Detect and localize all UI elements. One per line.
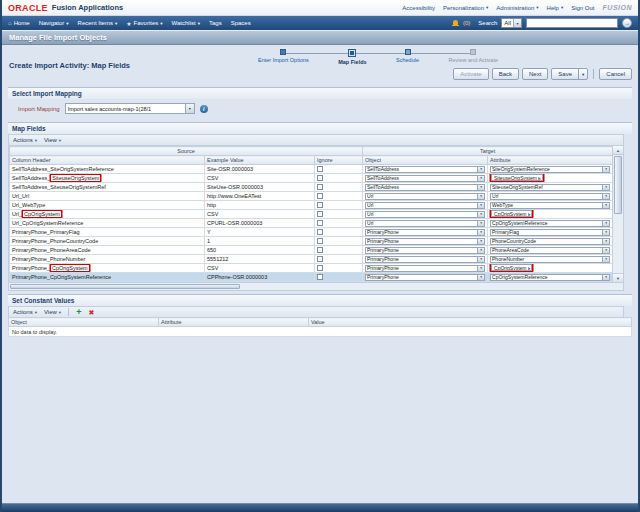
attribute-select[interactable]: CpOrigSystem▾ bbox=[491, 264, 532, 271]
object-select[interactable]: PrimaryPhone▾ bbox=[365, 238, 485, 245]
topbar-link-sign-out[interactable]: Sign Out bbox=[571, 5, 594, 11]
attribute-select[interactable]: PhoneCountryCode▾ bbox=[490, 238, 610, 245]
ignore-checkbox[interactable] bbox=[317, 238, 323, 244]
object-select[interactable]: PrimaryPhone▾ bbox=[365, 265, 485, 272]
col-attribute[interactable]: Attribute bbox=[488, 156, 613, 165]
cv-actions-menu[interactable]: Actions ▾ bbox=[13, 309, 37, 315]
topbar-link-accessibility[interactable]: Accessibility bbox=[402, 5, 435, 11]
nav-item-navigator[interactable]: Navigator▾ bbox=[39, 20, 69, 26]
map-field-row[interactable]: PrimaryPhone_CpOrigSystemReferenceCPPhon… bbox=[10, 273, 613, 282]
scroll-up-icon[interactable]: ▲ bbox=[613, 146, 623, 155]
ignore-checkbox[interactable] bbox=[317, 220, 323, 226]
map-field-row[interactable]: Url_WebTypehttpUrl▾WebType▾ bbox=[10, 201, 613, 210]
save-dropdown-button[interactable]: ▾ bbox=[578, 68, 588, 80]
train-step-enter-import-options[interactable]: Enter Import Options bbox=[258, 49, 309, 65]
view-menu[interactable]: View ▾ bbox=[44, 137, 61, 143]
nav-item-home[interactable]: ⌂Home bbox=[8, 20, 30, 26]
map-field-row[interactable]: SellToAddress_SiteuseOrigSystemRefSiteUs… bbox=[10, 183, 613, 192]
info-icon[interactable]: i bbox=[200, 105, 208, 113]
col-ignore[interactable]: Ignore bbox=[315, 156, 363, 165]
scrollbar-thumb[interactable] bbox=[614, 156, 622, 214]
train-step-map-fields[interactable]: Map Fields bbox=[338, 49, 366, 65]
notifications-bell-icon[interactable] bbox=[452, 19, 459, 27]
cv-column-value[interactable]: Value bbox=[309, 318, 632, 327]
ignore-checkbox[interactable] bbox=[317, 256, 323, 262]
map-field-row[interactable]: PrimaryPhone_PhoneNumber5551212PrimaryPh… bbox=[10, 255, 613, 264]
object-select[interactable]: PrimaryPhone▾ bbox=[365, 247, 485, 254]
nav-item-favorites[interactable]: ★Favorites▾ bbox=[126, 20, 162, 27]
attribute-select[interactable]: CpOrigSystem▾ bbox=[491, 210, 532, 217]
cv-column-object[interactable]: Object bbox=[9, 318, 159, 327]
vertical-scrollbar[interactable]: ▲ ▼ bbox=[612, 146, 623, 282]
nav-item-recent-items[interactable]: Recent Items▾ bbox=[78, 20, 118, 26]
notification-count[interactable]: (0) bbox=[463, 20, 470, 26]
attribute-select[interactable]: SiteOrigSystemReference▾ bbox=[490, 166, 610, 173]
ignore-checkbox[interactable] bbox=[317, 211, 323, 217]
object-select[interactable]: Url▾ bbox=[365, 193, 485, 200]
map-field-row[interactable]: PrimaryPhone_CpOrigSystemCSVPrimaryPhone… bbox=[10, 264, 613, 273]
map-field-row[interactable]: Url_CpOrigSystemReferenceCPURL-OSR.00000… bbox=[10, 219, 613, 228]
delete-row-icon[interactable]: ✖ bbox=[88, 309, 94, 316]
attribute-select[interactable]: PrimaryFlag▾ bbox=[490, 229, 610, 236]
map-field-row[interactable]: SellToAddress_SiteuseOrigSystemCSVSellTo… bbox=[10, 174, 613, 183]
map-field-row[interactable]: PrimaryPhone_PrimaryFlagYPrimaryPhone▾Pr… bbox=[10, 228, 613, 237]
object-select[interactable]: Url▾ bbox=[365, 220, 485, 227]
attribute-select[interactable]: SiteuseOrigSystem▾ bbox=[491, 174, 543, 181]
attribute-select[interactable]: PhoneAreaCode▾ bbox=[490, 247, 610, 254]
map-field-row[interactable]: SellToAddress_SiteOrigSystemReferenceSit… bbox=[10, 165, 613, 174]
nav-item-watchlist[interactable]: Watchlist▾ bbox=[172, 20, 200, 26]
cv-column-attribute[interactable]: Attribute bbox=[159, 318, 309, 327]
activate-button[interactable]: Activate bbox=[453, 68, 488, 80]
object-select[interactable]: PrimaryPhone▾ bbox=[365, 229, 485, 236]
horizontal-scrollbar-thumb[interactable] bbox=[10, 284, 240, 289]
attribute-select[interactable]: CpOrigSystemReference▾ bbox=[490, 274, 610, 281]
scroll-down-icon[interactable]: ▼ bbox=[613, 273, 623, 282]
add-row-icon[interactable]: + bbox=[76, 308, 81, 317]
cv-view-menu[interactable]: View ▾ bbox=[44, 309, 61, 315]
attribute-select[interactable]: CpOrigSystemReference▾ bbox=[490, 220, 610, 227]
back-button[interactable]: Back bbox=[492, 68, 519, 80]
ignore-checkbox[interactable] bbox=[317, 193, 323, 199]
train-step-schedule[interactable]: Schedule bbox=[396, 49, 419, 65]
next-button[interactable]: Next bbox=[522, 68, 548, 80]
ignore-checkbox[interactable] bbox=[317, 175, 323, 181]
ignore-checkbox[interactable] bbox=[317, 184, 323, 190]
ignore-checkbox[interactable] bbox=[317, 202, 323, 208]
topbar-link-personalization[interactable]: Personalization▾ bbox=[443, 5, 488, 11]
object-select[interactable]: Url▾ bbox=[365, 202, 485, 209]
import-mapping-select[interactable]: Import sales accounts-map-1(28/1 ▾ bbox=[65, 103, 195, 114]
object-select[interactable]: PrimaryPhone▾ bbox=[365, 274, 485, 281]
ignore-checkbox[interactable] bbox=[317, 265, 323, 271]
actions-menu[interactable]: Actions ▾ bbox=[13, 137, 37, 143]
attribute-select[interactable]: SiteuseOrigSystemRef▾ bbox=[490, 184, 610, 191]
ignore-checkbox[interactable] bbox=[317, 229, 323, 235]
object-select[interactable]: SellToAddress▾ bbox=[365, 166, 485, 173]
ignore-checkbox[interactable] bbox=[317, 274, 323, 280]
nav-item-spaces[interactable]: Spaces bbox=[231, 20, 251, 26]
attribute-select[interactable]: PhoneNumber▾ bbox=[490, 256, 610, 263]
ignore-checkbox[interactable] bbox=[317, 166, 323, 172]
search-input[interactable] bbox=[526, 18, 618, 28]
nav-item-tags[interactable]: Tags bbox=[209, 20, 222, 26]
object-select[interactable]: Url▾ bbox=[365, 211, 485, 218]
map-field-row[interactable]: Url_Urlhttp://www.OneEATestUrl▾Url▾ bbox=[10, 192, 613, 201]
search-go-button[interactable]: → bbox=[622, 18, 632, 28]
col-example-value[interactable]: Example Value bbox=[205, 156, 315, 165]
attribute-select[interactable]: Url▾ bbox=[490, 193, 610, 200]
map-field-row[interactable]: PrimaryPhone_PhoneAreaCode650PrimaryPhon… bbox=[10, 246, 613, 255]
col-object[interactable]: Object bbox=[363, 156, 488, 165]
topbar-link-help[interactable]: Help▾ bbox=[547, 5, 564, 11]
object-select[interactable]: PrimaryPhone▾ bbox=[365, 256, 485, 263]
map-field-row[interactable]: PrimaryPhone_PhoneCountryCode1PrimaryPho… bbox=[10, 237, 613, 246]
scrollbar-track[interactable] bbox=[613, 215, 623, 273]
topbar-link-administration[interactable]: Administration▾ bbox=[496, 5, 538, 11]
object-select[interactable]: SellToAddress▾ bbox=[365, 184, 485, 191]
horizontal-scrollbar[interactable] bbox=[8, 283, 624, 291]
cancel-button[interactable]: Cancel bbox=[599, 68, 632, 80]
search-scope-select[interactable]: All ▾ bbox=[501, 18, 522, 28]
ignore-checkbox[interactable] bbox=[317, 247, 323, 253]
attribute-select[interactable]: WebType▾ bbox=[490, 202, 610, 209]
map-field-row[interactable]: Url_CpOrigSystemCSVUrl▾CpOrigSystem▾ bbox=[10, 210, 613, 219]
col-column-header[interactable]: Column Header bbox=[10, 156, 205, 165]
save-button[interactable]: Save bbox=[551, 68, 579, 80]
